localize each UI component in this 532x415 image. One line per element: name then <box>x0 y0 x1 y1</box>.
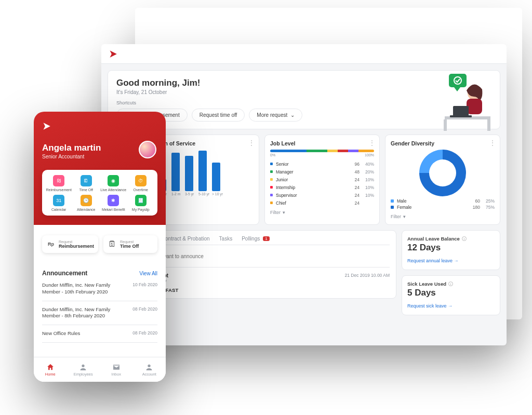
request-timeoff-button[interactable]: Request time off <box>192 109 245 122</box>
request-sick-leave-link[interactable]: Request sick leave → <box>407 303 453 309</box>
app-shortcut[interactable]: 31Calendar <box>45 195 73 211</box>
tab-home[interactable]: Home <box>34 357 67 382</box>
filter-button[interactable]: Filter▾ <box>270 210 285 215</box>
color-dot <box>270 170 273 173</box>
request-annual-leave-link[interactable]: Request annual leave → <box>407 258 459 263</box>
job-level-count: 48 <box>355 169 360 175</box>
announcement-date: 08 Feb 2020 <box>132 306 157 312</box>
request-reimbursement-button[interactable]: Rp RequestReimbursement <box>42 235 98 253</box>
job-level-card: ⋮ Job Level 0%100% Senior9640%Manager482… <box>264 135 380 225</box>
job-level-count: 96 <box>355 162 360 167</box>
legend-label: Male <box>397 198 406 204</box>
app-icon: ⏱ <box>135 175 147 186</box>
balance-value: 12 Days <box>407 243 495 253</box>
bar <box>185 156 193 191</box>
bar <box>212 163 220 191</box>
chevron-down-icon: ⌄ <box>290 112 295 118</box>
annual-leave-card: Annual Leave Balancei 12 Days Request an… <box>402 230 500 270</box>
request-timeoff-button[interactable]: 🗓 RequestTime Off <box>103 235 157 253</box>
job-level-count: 24 <box>355 193 360 198</box>
job-level-item: Manager4820% <box>270 168 374 176</box>
chevron-down-icon: ▾ <box>403 214 406 219</box>
app-label: Calendar <box>51 208 66 211</box>
job-level-label: Manager <box>276 169 294 175</box>
hero-illustration <box>413 74 490 133</box>
view-all-link[interactable]: View All <box>139 271 157 276</box>
tab-employees[interactable]: Employees <box>67 357 100 382</box>
job-level-label: Internship <box>276 185 295 190</box>
mobile-phone: Angela martin Senior Accountant ₪Reimbur… <box>34 112 166 382</box>
job-level-pct: 10% <box>360 193 374 198</box>
request-label-main: Time Off <box>120 244 139 249</box>
inbox-icon <box>112 363 121 371</box>
job-level-label: Supervisor <box>276 193 297 198</box>
tab-label: Account <box>142 372 156 377</box>
calendar-icon: 🗓 <box>108 239 117 249</box>
job-level-item: Junior2410% <box>270 176 374 183</box>
tab-inbox[interactable]: Inbox <box>100 357 133 382</box>
chevron-down-icon: ▾ <box>283 210 285 215</box>
filter-button[interactable]: Filter▾ <box>391 214 406 219</box>
tab-tasks[interactable]: Tasks <box>219 236 233 242</box>
app-shortcut[interactable]: ✱Mekari Benefit <box>100 195 127 211</box>
color-dot <box>270 163 273 165</box>
color-dot <box>270 186 273 189</box>
pollings-badge: 1 <box>263 236 269 241</box>
app-shortcut[interactable]: ₪Reimbursement <box>45 175 73 192</box>
announcement-text: Dunder Mifflin, Inc. New Family Member -… <box>42 306 120 320</box>
announcement-text: Dunder Mifflin, Inc. New Family Member -… <box>42 282 120 296</box>
tab-contract[interactable]: Contract & Probation <box>162 236 210 242</box>
legend-item: Male6025% <box>391 198 495 204</box>
scale-max: 100% <box>365 153 374 157</box>
more-request-button[interactable]: More request⌄ <box>249 109 302 122</box>
app-shortcut[interactable]: 🧾My Payslip <box>127 195 155 211</box>
announcement-item[interactable]: Dunder Mifflin, Inc. New Family Member -… <box>42 301 157 326</box>
svg-rect-6 <box>487 119 490 131</box>
app-label: Attendance <box>77 208 95 211</box>
app-icon: 31 <box>53 195 64 206</box>
app-icon: ₪ <box>53 175 64 186</box>
desktop-topbar <box>101 44 507 64</box>
employees-icon <box>79 363 87 371</box>
bar-chart <box>158 151 251 191</box>
post-timestamp: 21 Dec 2019 10.00 AM <box>345 273 390 284</box>
job-level-label: Chief <box>276 200 286 206</box>
bar-label: 1-2 m <box>171 192 180 196</box>
card-title: Gender Diversity <box>391 140 495 146</box>
legend-count: 180 <box>473 205 480 210</box>
legend-pct: 25% <box>480 198 495 204</box>
app-label: Overtime <box>134 188 148 192</box>
greeting-card: Good morning, Jim! It's Friday, 21 Octob… <box>108 70 500 129</box>
legend-count: 60 <box>475 198 480 204</box>
bar <box>198 151 207 191</box>
color-dot <box>270 202 273 204</box>
color-dot <box>270 194 273 196</box>
app-shortcut[interactable]: 🕒Attendance <box>73 195 100 211</box>
tab-pollings[interactable]: Pollings1 <box>242 236 269 242</box>
app-icon: ✱ <box>108 195 119 206</box>
job-level-item: Internship2410% <box>270 183 374 191</box>
card-more-icon[interactable]: ⋮ <box>489 139 496 146</box>
bar-label: 3-5 yr <box>185 192 193 196</box>
gender-legend: Male6025%Female18075% <box>391 198 495 210</box>
compose-input[interactable] <box>131 253 390 260</box>
announcement-item[interactable]: New Office Rules08 Feb 2020 <box>42 325 157 343</box>
avatar[interactable] <box>139 141 156 158</box>
announcements-title: Announcement <box>42 270 87 277</box>
job-level-item: Senior9640% <box>270 160 374 168</box>
currency-icon: Rp <box>46 239 56 249</box>
card-more-icon[interactable]: ⋮ <box>369 139 375 146</box>
app-shortcut[interactable]: ⏱Overtime <box>127 175 155 192</box>
card-more-icon[interactable]: ⋮ <box>248 139 255 146</box>
tab-account[interactable]: Account <box>133 357 166 382</box>
app-shortcut[interactable]: ◉Live Attendance <box>100 175 127 192</box>
app-icon: 🧾 <box>135 195 147 206</box>
bar-label: 5-10 yr <box>198 192 207 196</box>
mobile-tabbar: Home Employees Inbox Account <box>34 357 166 382</box>
announcement-item[interactable]: Dunder Mifflin, Inc. New Family Member -… <box>42 277 157 301</box>
svg-rect-7 <box>453 106 469 116</box>
balance-label: Sick Leave Used <box>407 281 446 287</box>
request-label-main: Reimbursement <box>59 244 94 249</box>
svg-point-10 <box>148 364 151 367</box>
app-shortcut[interactable]: 🗓Time Off <box>73 175 100 192</box>
